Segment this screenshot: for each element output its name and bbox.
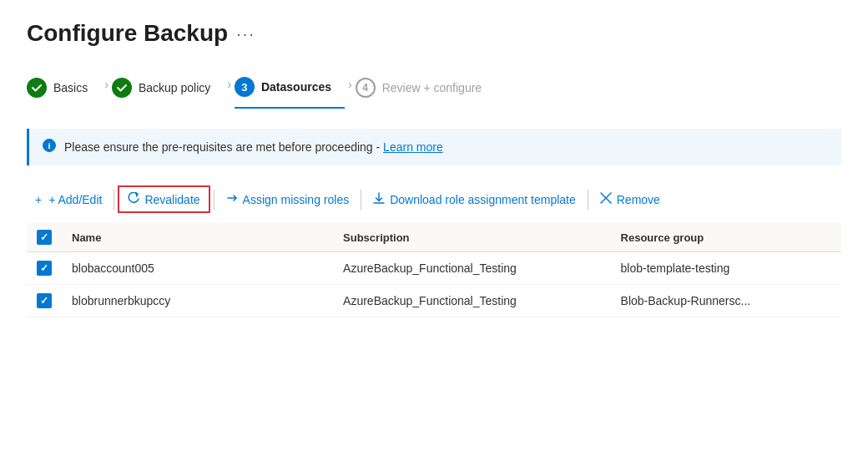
row-resource-group-1: Blob-Backup-Runnersc...	[611, 285, 841, 317]
toolbar-sep-4	[588, 190, 588, 210]
step-datasources-label: Datasources	[261, 80, 331, 94]
assign-roles-label: Assign missing roles	[243, 193, 350, 206]
row-checkbox-cell	[27, 285, 62, 317]
more-options-icon[interactable]: ···	[236, 24, 255, 43]
select-all-checkbox[interactable]	[37, 230, 52, 245]
download-icon	[373, 192, 385, 206]
row-checkbox-0[interactable]	[37, 261, 52, 276]
data-table: Name Subscription Resource group blobacc…	[27, 223, 841, 317]
remove-icon	[600, 192, 612, 206]
step-basics-circle	[27, 78, 47, 98]
step-datasources-circle: 3	[235, 77, 255, 97]
table-row: blobrunnerbkupccy AzureBackup_Functional…	[27, 285, 841, 317]
step-basics-label: Basics	[53, 81, 88, 94]
revalidate-label: Revalidate	[144, 193, 199, 206]
toolbar-sep-3	[361, 190, 361, 210]
step-review-configure-label: Review + configure	[382, 81, 482, 94]
add-edit-icon: +	[35, 193, 42, 206]
step-basics[interactable]: Basics	[27, 71, 101, 108]
step-review-configure-circle: 4	[356, 78, 376, 98]
page-title: Configure Backup	[27, 20, 228, 47]
step-backup-policy-circle	[112, 78, 132, 98]
step-datasources[interactable]: 3 Datasources	[235, 70, 345, 109]
row-subscription-1: AzureBackup_Functional_Testing	[333, 285, 610, 317]
assign-roles-button[interactable]: Assign missing roles	[218, 187, 358, 211]
row-checkbox-1[interactable]	[37, 293, 52, 308]
row-name-1: blobrunnerbkupccy	[62, 285, 333, 317]
revalidate-icon	[128, 192, 139, 206]
col-header-resource-group: Resource group	[611, 223, 841, 252]
download-template-button[interactable]: Download role assignment template	[365, 187, 584, 211]
info-banner-text: Please ensure the pre-requisites are met…	[64, 140, 443, 154]
remove-label: Remove	[617, 193, 660, 206]
remove-button[interactable]: Remove	[592, 187, 669, 211]
step-sep-3: ›	[345, 78, 356, 91]
table-row: blobaccount005 AzureBackup_Functional_Te…	[27, 252, 841, 285]
page-header: Configure Backup ···	[27, 20, 841, 47]
row-subscription-0: AzureBackup_Functional_Testing	[333, 252, 610, 285]
svg-text:i: i	[48, 140, 50, 150]
step-sep-1: ›	[101, 78, 112, 91]
col-header-subscription: Subscription	[333, 223, 610, 252]
toolbar: + + Add/Edit Revalidate Assign missing r	[27, 182, 841, 216]
toolbar-sep-1	[114, 190, 114, 210]
table-header-row: Name Subscription Resource group	[27, 223, 841, 252]
step-backup-policy-label: Backup policy	[139, 81, 210, 94]
add-edit-button[interactable]: + + Add/Edit	[27, 188, 110, 211]
step-sep-2: ›	[224, 78, 235, 91]
wizard-steps: Basics › Backup policy › 3 Datasources ›…	[27, 70, 841, 109]
col-header-name: Name	[62, 223, 333, 252]
learn-more-link[interactable]: Learn more	[383, 140, 443, 154]
step-review-configure[interactable]: 4 Review + configure	[356, 71, 495, 108]
info-banner: i Please ensure the pre-requisites are m…	[27, 129, 841, 165]
add-edit-label: + Add/Edit	[48, 193, 102, 206]
row-resource-group-0: blob-template-testing	[611, 252, 841, 285]
info-icon: i	[43, 139, 56, 155]
revalidate-button[interactable]: Revalidate	[118, 185, 209, 213]
col-header-checkbox	[27, 223, 62, 252]
row-checkbox-cell	[27, 252, 62, 285]
download-label: Download role assignment template	[390, 193, 576, 206]
assign-roles-icon	[226, 192, 238, 206]
toolbar-sep-2	[214, 190, 214, 210]
row-name-0: blobaccount005	[62, 252, 333, 285]
step-backup-policy[interactable]: Backup policy	[112, 71, 224, 108]
